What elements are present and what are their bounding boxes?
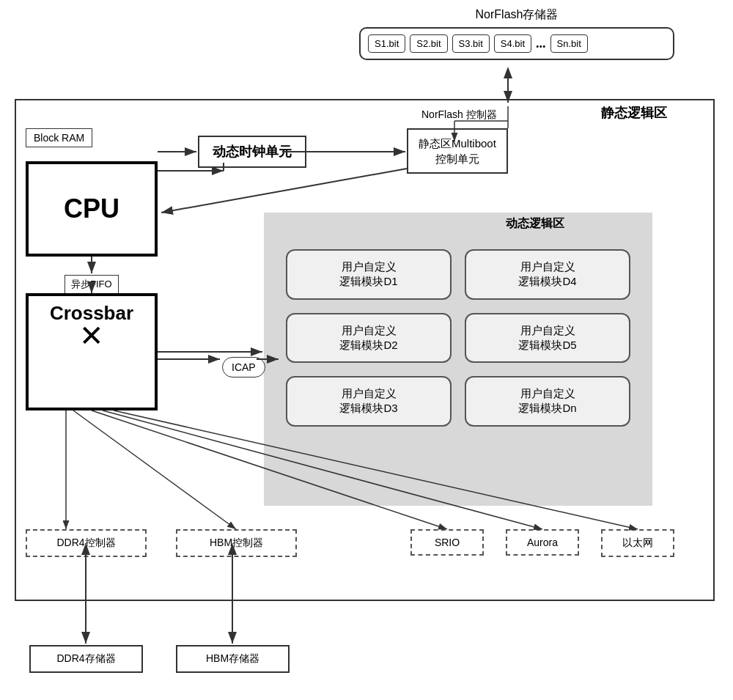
async-fifo: 异步FIFO bbox=[65, 275, 119, 294]
icap-box: ICAP bbox=[222, 357, 265, 377]
norflash-group: NorFlash存储器 S1.bit S2.bit S3.bit S4.bit … bbox=[359, 7, 674, 60]
cpu-box: CPU bbox=[26, 161, 158, 257]
hbm-controller: HBM控制器 bbox=[176, 529, 297, 557]
user-module-dn: 用户自定义逻辑模块Dn bbox=[465, 376, 630, 427]
block-ram: Block RAM bbox=[26, 128, 92, 147]
user-module-d4: 用户自定义逻辑模块D4 bbox=[465, 249, 630, 300]
hbm-storage: HBM存储器 bbox=[176, 645, 290, 673]
norflash-controller: NorFlash 控制器 bbox=[421, 108, 497, 122]
norflash-item-s1: S1.bit bbox=[368, 34, 405, 53]
ethernet-controller: 以太网 bbox=[601, 529, 674, 557]
norflash-box: S1.bit S2.bit S3.bit S4.bit ... Sn.bit bbox=[359, 27, 674, 60]
crossbar-symbol: ✕ bbox=[79, 321, 104, 350]
crossbar-box: Crossbar ✕ bbox=[26, 293, 158, 410]
norflash-item-s3: S3.bit bbox=[452, 34, 490, 53]
norflash-item-sn: Sn.bit bbox=[550, 34, 588, 53]
cpu-label: CPU bbox=[64, 194, 119, 224]
user-module-d3: 用户自定义逻辑模块D3 bbox=[286, 376, 452, 427]
user-module-d1: 用户自定义逻辑模块D1 bbox=[286, 249, 452, 300]
srio-controller: SRIO bbox=[410, 529, 484, 556]
multiboot-line1: 静态区Multiboot bbox=[419, 137, 496, 150]
user-modules-grid: 用户自定义逻辑模块D1 用户自定义逻辑模块D4 用户自定义逻辑模块D2 用户自定… bbox=[279, 242, 638, 434]
norflash-item-s2: S2.bit bbox=[410, 34, 447, 53]
multiboot-line2: 控制单元 bbox=[435, 152, 479, 165]
norflash-ellipsis: ... bbox=[536, 36, 546, 51]
multiboot-control: 静态区Multiboot 控制单元 bbox=[407, 128, 508, 174]
diagram: NorFlash存储器 S1.bit S2.bit S3.bit S4.bit … bbox=[0, 0, 733, 700]
ddr4-storage: DDR4存储器 bbox=[29, 645, 143, 673]
norflash-title: NorFlash存储器 bbox=[359, 7, 674, 23]
norflash-item-s4: S4.bit bbox=[494, 34, 531, 53]
ddr4-controller: DDR4控制器 bbox=[26, 529, 147, 557]
dynamic-clock: 动态时钟单元 bbox=[198, 136, 306, 168]
static-area-label: 静态逻辑区 bbox=[601, 104, 667, 122]
aurora-controller: Aurora bbox=[506, 529, 579, 556]
dynamic-area-label: 动态逻辑区 bbox=[506, 216, 564, 232]
user-module-d2: 用户自定义逻辑模块D2 bbox=[286, 313, 452, 364]
user-module-d5: 用户自定义逻辑模块D5 bbox=[465, 313, 630, 364]
